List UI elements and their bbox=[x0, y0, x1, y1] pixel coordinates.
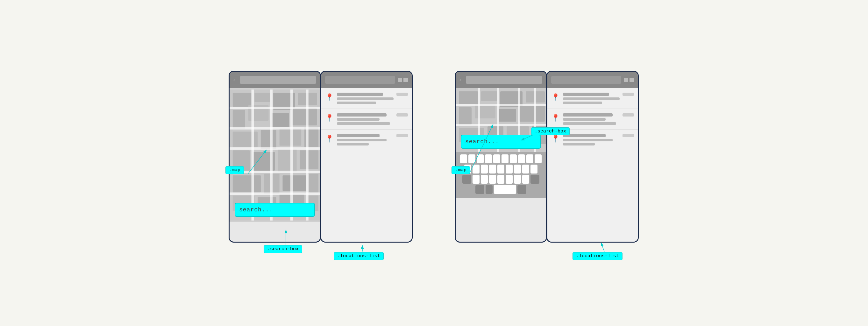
list-item-content-2-2 bbox=[563, 113, 634, 125]
key-123[interactable] bbox=[475, 185, 484, 194]
search-box-label-2: .search-box bbox=[531, 127, 570, 135]
list-tag-3 bbox=[396, 134, 408, 137]
pin-icon-2-3: 📍 bbox=[551, 135, 560, 143]
map-svg-1 bbox=[229, 88, 320, 222]
header-title-bar-r1 bbox=[325, 76, 395, 84]
list-item-1-3: 📍 bbox=[321, 130, 412, 150]
key-f[interactable] bbox=[489, 165, 496, 173]
right-phone-2: 📍 📍 bbox=[547, 71, 639, 242]
key-return[interactable] bbox=[518, 185, 526, 194]
list-item-content-1-2 bbox=[337, 113, 408, 125]
list-bar-r5 bbox=[563, 118, 606, 121]
search-box-2[interactable]: search... bbox=[461, 135, 541, 149]
back-arrow-icon: ← bbox=[234, 76, 237, 84]
search-text-1: search... bbox=[239, 207, 273, 213]
key-w[interactable] bbox=[468, 154, 475, 163]
key-d[interactable] bbox=[481, 165, 488, 173]
header-dot-1 bbox=[398, 78, 402, 82]
key-i[interactable] bbox=[518, 154, 525, 163]
search-text-2: search... bbox=[465, 138, 499, 145]
list-bar-r3 bbox=[563, 102, 602, 104]
key-delete[interactable] bbox=[530, 175, 539, 184]
list-tag-1 bbox=[396, 93, 408, 96]
list-tag-r3 bbox=[622, 134, 634, 137]
list-item-2-2: 📍 bbox=[547, 109, 638, 130]
list-bar-r8 bbox=[563, 139, 613, 141]
list-bar-6 bbox=[337, 122, 390, 125]
svg-rect-17 bbox=[233, 175, 261, 193]
svg-rect-38 bbox=[459, 91, 478, 104]
key-g[interactable] bbox=[497, 165, 504, 173]
svg-rect-9 bbox=[233, 132, 257, 148]
header-dots-2 bbox=[624, 78, 634, 82]
key-l[interactable] bbox=[530, 165, 537, 173]
svg-rect-8 bbox=[292, 108, 317, 125]
list-item-1-2: 📍 bbox=[321, 109, 412, 130]
phone-header-right-1 bbox=[321, 72, 412, 88]
key-r[interactable] bbox=[485, 154, 492, 163]
svg-rect-50 bbox=[456, 104, 546, 106]
list-item-1-1: 📍 bbox=[321, 88, 412, 109]
pin-icon-2-1: 📍 bbox=[551, 93, 560, 102]
key-p[interactable] bbox=[535, 154, 541, 163]
key-v[interactable] bbox=[497, 175, 504, 184]
phone-header-left-2: ← bbox=[456, 72, 546, 88]
svg-rect-33 bbox=[306, 90, 309, 220]
key-j[interactable] bbox=[514, 165, 521, 173]
list-bar-r6 bbox=[563, 122, 616, 125]
list-bar-3 bbox=[337, 102, 376, 104]
locations-list-label-1: .locations-list bbox=[334, 252, 384, 260]
header-title-bar-r2 bbox=[551, 76, 621, 84]
list-bar-1 bbox=[337, 93, 383, 96]
svg-rect-32 bbox=[290, 90, 293, 220]
svg-rect-15 bbox=[278, 149, 297, 172]
header-dot-2 bbox=[403, 78, 408, 82]
key-m[interactable] bbox=[522, 175, 529, 184]
header-dot-3 bbox=[624, 78, 628, 82]
map-area-2: search... bbox=[456, 88, 546, 152]
key-space[interactable] bbox=[494, 185, 516, 194]
svg-line-58 bbox=[601, 243, 604, 252]
key-s[interactable] bbox=[472, 165, 479, 173]
key-z[interactable] bbox=[472, 175, 479, 184]
header-dot-4 bbox=[629, 78, 634, 82]
svg-rect-1 bbox=[233, 93, 252, 107]
list-tag-2 bbox=[396, 113, 408, 117]
key-t[interactable] bbox=[493, 154, 500, 163]
list-bar-r1 bbox=[563, 93, 609, 96]
list-item-content-1-3 bbox=[337, 134, 408, 145]
locations-list-2: 📍 📍 bbox=[547, 88, 638, 242]
key-n[interactable] bbox=[514, 175, 521, 184]
left-phone-1: ← bbox=[228, 71, 321, 242]
phones-row-1: ← bbox=[228, 71, 413, 242]
svg-rect-19 bbox=[282, 175, 306, 191]
key-c[interactable] bbox=[489, 175, 496, 184]
key-e[interactable] bbox=[477, 154, 484, 163]
diagram-2: ← bbox=[445, 61, 649, 265]
svg-rect-7 bbox=[272, 113, 289, 127]
list-bar-5 bbox=[337, 118, 379, 121]
list-tag-r1 bbox=[622, 93, 634, 96]
key-b[interactable] bbox=[506, 175, 513, 184]
key-h[interactable] bbox=[506, 165, 513, 173]
svg-rect-2 bbox=[254, 93, 270, 102]
key-y[interactable] bbox=[501, 154, 508, 163]
svg-rect-31 bbox=[270, 90, 273, 220]
search-box-1[interactable]: search... bbox=[235, 203, 315, 217]
diagram-1: ← bbox=[219, 61, 407, 265]
svg-rect-45 bbox=[519, 106, 545, 122]
list-bar-r2 bbox=[563, 97, 620, 100]
list-bar-8 bbox=[337, 139, 386, 141]
phone-header-left-1: ← bbox=[229, 72, 320, 88]
key-u[interactable] bbox=[510, 154, 517, 163]
key-q[interactable] bbox=[460, 154, 467, 163]
list-item-content-2-1 bbox=[563, 93, 634, 104]
key-emoji[interactable] bbox=[486, 185, 493, 194]
header-dots-1 bbox=[398, 78, 408, 82]
key-o[interactable] bbox=[526, 154, 533, 163]
key-shift[interactable] bbox=[462, 175, 471, 184]
key-k[interactable] bbox=[522, 165, 529, 173]
svg-rect-42 bbox=[459, 107, 472, 125]
svg-rect-44 bbox=[499, 109, 516, 122]
key-x[interactable] bbox=[481, 175, 488, 184]
